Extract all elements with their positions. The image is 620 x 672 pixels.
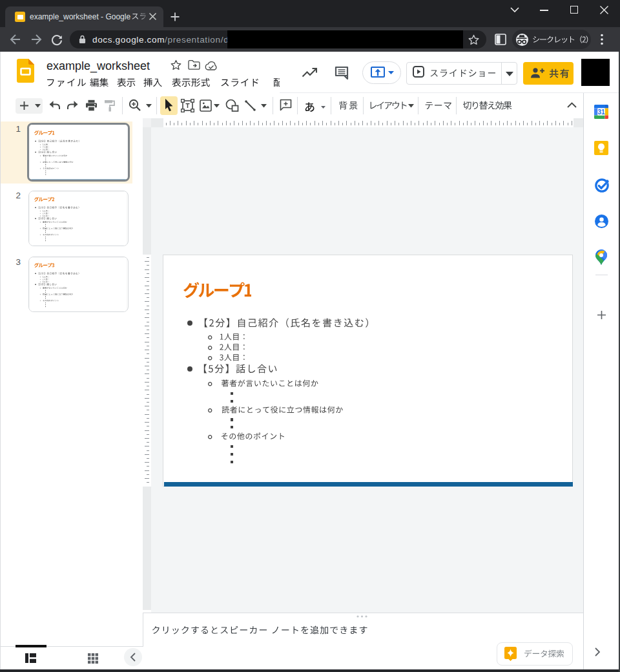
svg-text:31: 31	[597, 109, 605, 116]
